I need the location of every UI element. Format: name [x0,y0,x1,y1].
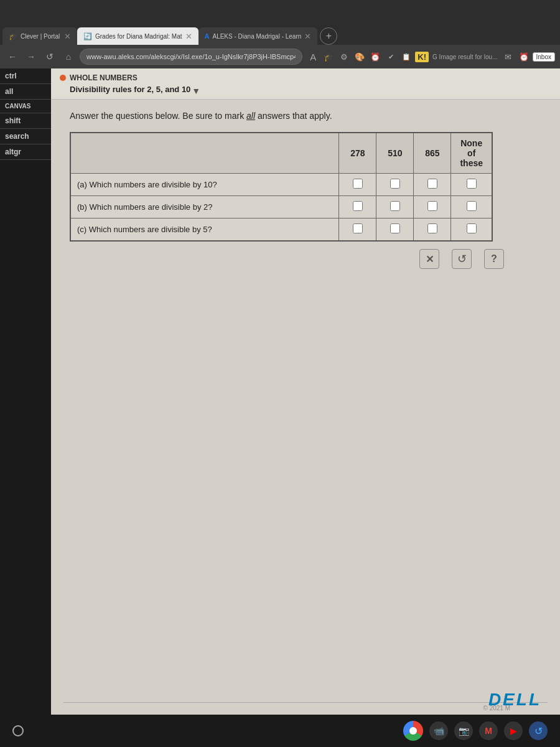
checkbox-b-510[interactable] [376,196,414,218]
tab-label-grades: Grades for Diana Madrigal: Mat [95,33,182,40]
checkbox-input-a-865[interactable] [427,179,437,189]
k-icon[interactable]: K! [415,52,429,62]
extension-icon-4[interactable]: 🎨 [353,50,366,63]
checkbox-b-none[interactable] [451,196,492,218]
checkbox-a-278[interactable] [339,174,376,196]
checkbox-a-none[interactable] [451,174,492,196]
question-instruction: Answer the questions below. Be sure to m… [70,111,541,121]
sidebar-key-shift: shift [0,113,51,129]
section-label: WHOLE NUMBERS [60,73,551,82]
dell-logo: DELL [488,690,541,710]
taskbar-right: 📹 📷 M ▶ ↺ [403,721,548,741]
spinner-symbol: ↺ [534,725,543,737]
checkbox-input-c-510[interactable] [390,223,400,233]
table-header-none: None of these [451,133,492,174]
chevron-down-button[interactable]: ▼ [192,86,200,96]
tab-aleks[interactable]: A ALEKS - Diana Madrigal - Learn ✕ [198,27,318,45]
main-content: WHOLE NUMBERS Divisibility rules for 2, … [51,68,560,747]
tab-label-clever: Clever | Portal [21,33,60,40]
address-input[interactable] [80,49,302,65]
gmail-icon[interactable]: M [479,721,498,740]
instruction-text: Answer the questions below. Be sure to m… [70,111,244,121]
tab-clever[interactable]: 🎓 Clever | Portal ✕ [2,27,77,45]
extension-icon-7[interactable]: 📋 [399,50,413,63]
tab-grades[interactable]: 🔄 Grades for Diana Madrigal: Mat ✕ [77,27,198,45]
checkbox-input-a-510[interactable] [390,179,400,189]
question-c: (c) Which numbers are divisible by 5? [70,218,339,242]
content-header: WHOLE NUMBERS Divisibility rules for 2, … [51,68,560,100]
taskbar-circle[interactable] [12,725,24,736]
os-top-bar [0,0,560,24]
checkbox-a-510[interactable] [376,174,414,196]
left-sidebar: ctrl all CANVAS shift search altgr [0,68,51,160]
checkbox-input-b-278[interactable] [353,201,363,211]
g-label: G Image result for lou... [432,54,498,60]
checkbox-a-865[interactable] [414,174,451,196]
checkbox-b-865[interactable] [414,196,451,218]
home-button[interactable]: ⌂ [61,49,76,64]
extension-icon-2[interactable]: 🎓 [322,50,335,63]
back-button[interactable]: ← [5,49,20,64]
instruction-end: answers that apply. [258,111,332,121]
table-row: (b) Which numbers are divisible by 2? [70,196,492,218]
camera-symbol-2: 📷 [459,726,469,736]
checkbox-b-278[interactable] [339,196,376,218]
table-header-278: 278 [339,133,376,174]
extension-icon-3[interactable]: ⚙ [337,50,351,63]
camera-icon[interactable]: 📷 [454,721,473,740]
tab-favicon-aleks: A [205,32,210,40]
sidebar-key-altgr: altgr [0,144,51,160]
youtube-symbol: ▶ [510,726,517,736]
checkbox-c-none[interactable] [451,218,492,242]
checkbox-input-c-865[interactable] [427,223,437,233]
table-row: (c) Which numbers are divisible by 5? [70,218,492,242]
chrome-icon[interactable] [403,721,423,741]
tab-close-grades[interactable]: ✕ [185,32,192,41]
gmail-symbol: M [485,726,492,736]
checkbox-input-c-278[interactable] [353,223,363,233]
taskbar: 📹 📷 M ▶ ↺ [0,715,560,747]
clear-button[interactable]: ✕ [419,249,439,269]
checkbox-input-b-510[interactable] [390,201,400,211]
checkbox-input-b-865[interactable] [427,201,437,211]
chrome-inner [409,727,417,735]
question-area: Answer the questions below. Be sure to m… [51,100,560,702]
instruction-em: all [246,111,255,121]
extension-icon-6[interactable]: ✔ [384,50,398,63]
new-tab-button[interactable]: + [320,27,337,45]
youtube-icon[interactable]: ▶ [504,721,523,740]
tab-label-aleks: ALEKS - Diana Madrigal - Learn [212,33,301,40]
extension-icon-1[interactable]: A [306,50,320,63]
checkbox-c-510[interactable] [376,218,414,242]
help-button[interactable]: ? [484,249,504,269]
table-header-question [70,133,339,174]
reload-button[interactable]: ↺ [42,49,57,64]
spinner-icon[interactable]: ↺ [529,721,548,740]
section-dot [60,75,66,81]
video-camera-icon[interactable]: 📹 [429,721,448,740]
sidebar-key-canvas: CANVAS [0,100,51,113]
checkbox-c-865[interactable] [414,218,451,242]
checkbox-input-c-none[interactable] [467,223,477,233]
mail-icon[interactable]: ✉ [502,50,515,63]
undo-button[interactable]: ↺ [452,249,472,269]
checkbox-input-b-none[interactable] [467,201,477,211]
camera-symbol: 📹 [434,726,444,736]
action-row: ✕ ↺ ? [70,242,541,269]
forward-button[interactable]: → [24,49,39,64]
tab-close-clever[interactable]: ✕ [64,32,71,41]
section-title: WHOLE NUMBERS [70,73,138,82]
alarm-icon[interactable]: ⏰ [517,50,531,63]
table-header-510: 510 [376,133,414,174]
sidebar-key-search: search [0,129,51,144]
sidebar-key-ctrl: ctrl [0,68,51,84]
table-header-865: 865 [414,133,451,174]
checkbox-c-278[interactable] [339,218,376,242]
checkbox-input-a-none[interactable] [467,179,477,189]
extension-icon-5[interactable]: ⏰ [368,50,382,63]
tab-close-aleks[interactable]: ✕ [304,32,311,41]
table-row: (a) Which numbers are divisible by 10? [70,174,492,196]
checkbox-input-a-278[interactable] [353,179,363,189]
taskbar-left [12,725,24,736]
inbox-badge[interactable]: Inbox [533,52,555,62]
